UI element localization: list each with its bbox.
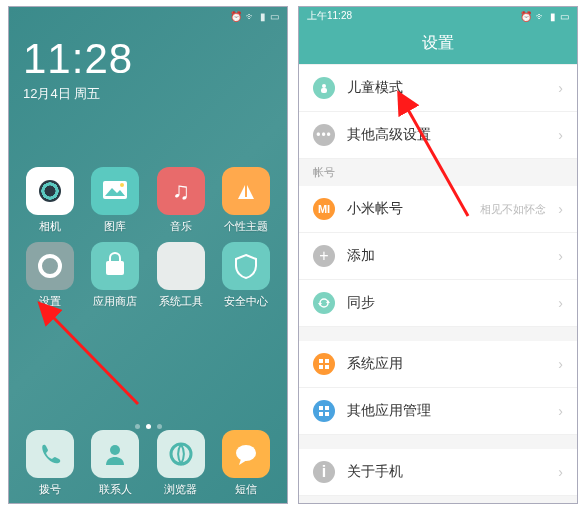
app-label: 图库 (104, 219, 126, 234)
row-label: 其他高级设置 (347, 126, 546, 144)
svg-point-9 (171, 444, 191, 464)
wifi-icon: ᯤ (246, 11, 256, 22)
svg-point-6 (46, 262, 54, 270)
page-title: 设置 (299, 25, 577, 64)
svg-point-8 (110, 445, 120, 455)
dock-sms[interactable]: 短信 (216, 430, 278, 497)
app-label: 浏览器 (164, 482, 197, 497)
message-icon (222, 430, 270, 478)
row-app-management[interactable]: 其他应用管理 › (299, 388, 577, 435)
shield-icon (222, 242, 270, 290)
app-theme[interactable]: 个性主题 (216, 167, 278, 234)
clock-time: 11:28 (23, 35, 287, 83)
folder-icon (157, 242, 205, 290)
alarm-icon: ⏰ (230, 11, 242, 22)
clock-widget[interactable]: 11:28 12月4日 周五 (9, 25, 287, 103)
row-label: 系统应用 (347, 355, 546, 373)
app-security[interactable]: 安全中心 (216, 242, 278, 309)
svg-rect-22 (325, 412, 329, 416)
row-mi-account[interactable]: MI 小米帐号 相见不如怀念 › (299, 186, 577, 233)
chevron-right-icon: › (558, 403, 563, 419)
dot-active (146, 424, 151, 429)
row-label: 小米帐号 (347, 200, 468, 218)
app-label: 联系人 (99, 482, 132, 497)
app-tools-folder[interactable]: 系统工具 (150, 242, 212, 309)
chevron-right-icon: › (558, 127, 563, 143)
dock-dialer[interactable]: 拨号 (19, 430, 81, 497)
svg-rect-4 (245, 183, 247, 197)
app-camera[interactable]: 相机 (19, 167, 81, 234)
browser-icon (157, 430, 205, 478)
chevron-right-icon: › (558, 356, 563, 372)
app-label: 拨号 (39, 482, 61, 497)
app-label: 音乐 (170, 219, 192, 234)
app-label: 相机 (39, 219, 61, 234)
dot (157, 424, 162, 429)
info-icon: i (313, 461, 335, 483)
app-store[interactable]: 应用商店 (85, 242, 147, 309)
row-subtext: 相见不如怀念 (480, 202, 546, 217)
status-bar: ⏰ ᯤ ▮ ▭ (9, 7, 287, 25)
phone-icon (26, 430, 74, 478)
dock-browser[interactable]: 浏览器 (150, 430, 212, 497)
plus-icon: + (313, 245, 335, 267)
chevron-right-icon: › (558, 201, 563, 217)
app-label: 安全中心 (224, 294, 268, 309)
row-label: 关于手机 (347, 463, 546, 481)
contacts-icon (91, 430, 139, 478)
row-label: 添加 (347, 247, 546, 265)
store-icon (91, 242, 139, 290)
app-music[interactable]: ♫音乐 (150, 167, 212, 234)
app-label: 短信 (235, 482, 257, 497)
chevron-right-icon: › (558, 248, 563, 264)
music-icon: ♫ (157, 167, 205, 215)
row-add-account[interactable]: + 添加 › (299, 233, 577, 280)
app-grid: 相机 图库 ♫音乐 个性主题 设置 应用商店 系统工具 安全中心 (9, 103, 287, 309)
svg-rect-18 (325, 365, 329, 369)
battery-icon: ▭ (560, 11, 569, 22)
more-icon: ••• (313, 124, 335, 146)
child-icon (313, 77, 335, 99)
dock-contacts[interactable]: 联系人 (85, 430, 147, 497)
svg-point-11 (322, 84, 326, 88)
row-system-apps[interactable]: 系统应用 › (299, 341, 577, 388)
alarm-icon: ⏰ (520, 11, 532, 22)
settings-list: 儿童模式 › ••• 其他高级设置 › (299, 64, 577, 159)
svg-rect-7 (106, 261, 124, 275)
app-label: 系统工具 (159, 294, 203, 309)
chevron-right-icon: › (558, 295, 563, 311)
svg-rect-15 (319, 359, 323, 363)
camera-icon (26, 167, 74, 215)
svg-rect-12 (321, 88, 327, 93)
svg-point-10 (236, 445, 256, 461)
app-settings[interactable]: 设置 (19, 242, 81, 309)
apps-icon (313, 400, 335, 422)
svg-rect-20 (325, 406, 329, 410)
row-label: 其他应用管理 (347, 402, 546, 420)
app-label: 个性主题 (224, 219, 268, 234)
wifi-icon: ᯤ (536, 11, 546, 22)
row-label: 同步 (347, 294, 546, 312)
row-sync[interactable]: 同步 › (299, 280, 577, 327)
dot (135, 424, 140, 429)
row-about-phone[interactable]: i 关于手机 › (299, 449, 577, 496)
chevron-right-icon: › (558, 464, 563, 480)
dock: 拨号 联系人 浏览器 短信 (9, 430, 287, 497)
chevron-right-icon: › (558, 80, 563, 96)
page-indicator (9, 424, 287, 429)
settings-icon (26, 242, 74, 290)
app-gallery[interactable]: 图库 (85, 167, 147, 234)
row-advanced-settings[interactable]: ••• 其他高级设置 › (299, 112, 577, 159)
svg-rect-17 (319, 365, 323, 369)
gallery-icon (91, 167, 139, 215)
svg-point-2 (120, 183, 124, 187)
row-label: 儿童模式 (347, 79, 546, 97)
svg-rect-16 (325, 359, 329, 363)
row-child-mode[interactable]: 儿童模式 › (299, 64, 577, 112)
mi-icon: MI (313, 198, 335, 220)
home-screen: ⏰ ᯤ ▮ ▭ 11:28 12月4日 周五 相机 图库 ♫音乐 个性主题 设置… (8, 6, 288, 504)
app-label: 设置 (39, 294, 61, 309)
svg-rect-19 (319, 406, 323, 410)
section-header-account: 帐号 (299, 159, 577, 186)
battery-icon: ▭ (270, 11, 279, 22)
